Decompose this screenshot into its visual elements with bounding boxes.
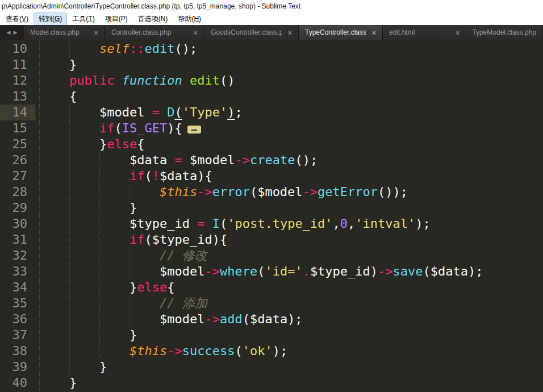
tab-typecontroller-class-php[interactable]: TypeController.class.php× [299,25,383,40]
tab-edit-html[interactable]: edit.html× [383,25,466,40]
menu-item-help[interactable]: 帮助(H) [173,12,206,26]
line-number: 30 [0,216,35,232]
token-plu: ) [227,105,235,119]
indent-guide [69,152,70,168]
token-pl: () [220,73,235,87]
menu-accelerator: G [55,15,60,23]
code-line-11[interactable]: 11 } [0,57,543,73]
menu-item-view[interactable]: 查看(V) [1,12,34,26]
code-line-33[interactable]: 33 $model->where('id='.$type_id)->save($… [0,264,543,280]
code-line-25[interactable]: 25 }else{ [0,136,543,152]
line-number: 35 [0,295,35,311]
indent-guide [99,200,100,216]
indent-guide [99,232,100,248]
code-line-34[interactable]: 34 }else{ [0,280,543,295]
code-text[interactable]: }else{ [35,280,543,295]
code-text[interactable]: } [35,327,543,343]
code-line-31[interactable]: 31 if($type_id){ [0,232,543,248]
fold-ellipsis-button[interactable]: … [187,126,201,134]
code-line-13[interactable]: 13 { [0,89,543,105]
indent-guide [69,216,70,232]
indent-guide [99,311,100,327]
token-pl [114,73,122,87]
code-text[interactable]: if(!$data){ [35,168,543,184]
code-text[interactable]: { [35,89,543,105]
code-line-30[interactable]: 30 $type_id = I('post.type_id',0,'intval… [0,216,543,232]
code-text[interactable]: self::edit(); [35,41,543,57]
tab-model-class-php[interactable]: Model.class.php× [24,25,105,40]
menu-item-preferences[interactable]: 首选项(N) [133,12,173,26]
code-text[interactable]: $this->success('ok'); [35,343,543,359]
token-pl: ($type_id){ [144,232,227,247]
code-text[interactable]: if(IS_GET){… [35,120,543,136]
code-line-36[interactable]: 36 $model->add($data); [0,311,543,327]
indent-whitespace [39,216,130,231]
code-text[interactable]: $model = D('Type'); [35,105,543,120]
tab-close-icon[interactable]: × [94,29,98,36]
token-cm: // 添加 [160,296,207,310]
indent-guide [69,232,70,248]
token-kw: if [99,121,115,135]
token-kw: -> [197,185,212,199]
code-line-15[interactable]: 15 if(IS_GET){… [0,120,543,136]
token-pl: $data [130,153,174,167]
tab-controller-class-php[interactable]: Controller.class.php× [105,25,204,40]
tab-close-icon[interactable]: × [456,29,460,36]
code-line-32[interactable]: 32 // 修改 [0,248,543,264]
code-line-14[interactable]: 14 $model = D('Type'); [0,105,543,120]
code-text[interactable]: if($type_id){ [35,232,543,248]
code-text[interactable]: // 修改 [35,248,543,264]
code-line-10[interactable]: 10 self::edit(); [0,41,543,57]
code-line-39[interactable]: 39 } [0,359,543,375]
code-text[interactable]: $type_id = I('post.type_id',0,'intval'); [35,216,543,232]
token-pl: ( [257,264,265,278]
indent-guide [39,136,40,152]
code-text[interactable]: $data = $model->create(); [35,152,543,168]
menu-item-goto[interactable]: 转到(G) [34,12,67,26]
code-line-29[interactable]: 29 } [0,200,543,216]
line-number: 34 [0,280,35,295]
line-number: 38 [0,343,35,359]
code-line-28[interactable]: 28 $this->error($model->getError()); [0,184,543,200]
indent-guide [39,152,40,168]
code-text[interactable]: public function edit() [35,73,543,89]
tab-typemodel-class-php[interactable]: TypeModel.class.php [466,25,543,40]
code-text[interactable]: $model->add($data); [35,311,543,327]
code-line-37[interactable]: 37 } [0,327,543,343]
tab-bar: ◀ ▶ Model.class.php×Controller.class.php… [0,25,543,40]
code-text[interactable]: // 添加 [35,295,543,311]
code-text[interactable]: $this->error($model->getError()); [35,184,543,200]
token-kw: :: [130,41,145,56]
code-line-35[interactable]: 35 // 添加 [0,295,543,311]
tab-close-icon[interactable]: × [193,29,198,36]
token-con: 0 [340,216,348,231]
line-number: 31 [0,232,35,248]
tab-close-icon[interactable]: × [371,29,376,36]
menu-item-tools[interactable]: 工具(T) [67,12,99,26]
code-line-12[interactable]: 12 public function edit() [0,73,543,89]
code-text[interactable]: }else{ [35,136,543,152]
menu-item-project[interactable]: 项目(P) [100,12,133,26]
indent-guide [39,73,40,89]
tab-close-icon[interactable]: × [287,29,292,36]
code-line-38[interactable]: 38 $this->success('ok'); [0,343,543,359]
token-pl [204,216,212,231]
tab-goodscontroller-class-php[interactable]: GoodsController.class.php× [204,25,299,40]
tab-scroll-left-icon[interactable]: ◀ [7,30,11,35]
code-text[interactable]: } [35,200,543,216]
indent-whitespace [39,73,69,87]
code-text[interactable]: } [35,359,543,375]
token-fn: edit [144,41,174,56]
indent-guide [99,152,100,168]
code-editor[interactable]: 10 self::edit();11 }12 public function e… [0,40,543,392]
code-text[interactable]: } [35,375,543,391]
code-line-40[interactable]: 40 } [0,375,543,391]
code-text[interactable]: $model->where('id='.$type_id)->save($dat… [35,264,543,280]
code-line-27[interactable]: 27 if(!$data){ [0,168,543,184]
token-kw: ! [152,169,160,183]
indent-guide [69,200,70,216]
indent-guide [39,200,40,216]
code-text[interactable]: } [35,57,543,73]
tab-scroll-right-icon[interactable]: ▶ [14,30,18,35]
code-line-26[interactable]: 26 $data = $model->create(); [0,152,543,168]
